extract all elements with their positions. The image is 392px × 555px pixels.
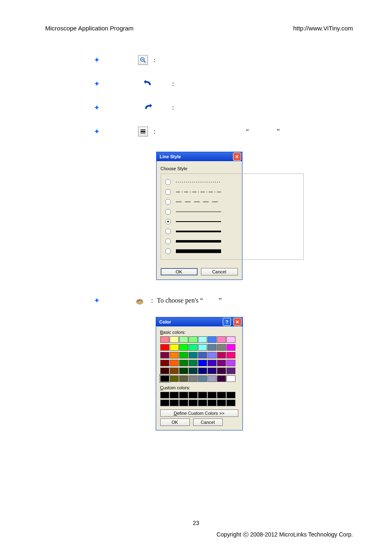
basic-color-swatch[interactable] [226, 375, 235, 382]
undo-icon [143, 79, 152, 88]
basic-color-swatch[interactable] [160, 368, 169, 374]
basic-color-swatch[interactable] [217, 352, 226, 358]
basic-color-swatch[interactable] [198, 375, 207, 382]
line-style-radio-0[interactable] [165, 179, 171, 185]
basic-color-swatch[interactable] [160, 336, 169, 343]
basic-color-swatch[interactable] [160, 375, 169, 382]
basic-color-swatch[interactable] [179, 368, 188, 374]
redo-icon [143, 103, 152, 112]
basic-color-swatch[interactable] [198, 360, 207, 366]
custom-color-swatch[interactable] [160, 400, 169, 406]
basic-color-swatch[interactable] [189, 352, 198, 358]
line-style-radio-5[interactable] [165, 229, 171, 234]
basic-color-swatch[interactable] [170, 375, 179, 382]
line-style-radio-4[interactable] [165, 219, 171, 224]
cancel-button[interactable]: Cancel [201, 268, 238, 275]
basic-color-swatch[interactable] [217, 360, 226, 366]
custom-color-swatch[interactable] [198, 392, 207, 398]
basic-color-swatch[interactable] [179, 375, 188, 382]
basic-color-swatch[interactable] [179, 352, 188, 358]
ok-button[interactable]: OK [160, 419, 190, 426]
custom-color-swatch[interactable] [198, 400, 207, 406]
svg-rect-3 [141, 130, 145, 130]
line-style-radio-2[interactable] [165, 199, 171, 205]
bullet-colon: : [171, 80, 174, 88]
basic-color-swatch[interactable] [208, 344, 217, 351]
custom-color-swatch[interactable] [208, 392, 217, 398]
basic-color-swatch[interactable] [189, 344, 198, 351]
basic-color-swatch[interactable] [170, 336, 179, 343]
line-sample-thick [176, 229, 299, 234]
basic-color-swatch[interactable] [226, 336, 235, 343]
custom-color-swatch[interactable] [189, 400, 198, 406]
basic-color-swatch[interactable] [226, 344, 235, 351]
custom-color-swatch[interactable] [170, 392, 179, 398]
basic-color-swatch[interactable] [170, 368, 179, 374]
custom-color-swatch[interactable] [189, 392, 198, 398]
basic-color-swatch[interactable] [179, 360, 188, 366]
basic-color-swatch[interactable] [189, 336, 198, 343]
basic-color-swatch[interactable] [189, 360, 198, 366]
bullet-icon: ✦ [90, 296, 103, 305]
svg-line-1 [144, 61, 145, 62]
line-sample-thickest [176, 248, 299, 254]
line-style-radio-3[interactable] [165, 209, 171, 215]
color-bullet-text: To choose pen's [157, 297, 200, 304]
basic-color-swatch[interactable] [170, 360, 179, 366]
basic-color-swatch[interactable] [208, 375, 217, 382]
custom-color-swatch[interactable] [226, 392, 235, 398]
custom-color-swatch[interactable] [226, 400, 235, 406]
custom-color-swatch[interactable] [217, 392, 226, 398]
basic-color-swatch[interactable] [226, 368, 235, 374]
dialog-title: Color [159, 319, 171, 324]
basic-color-swatch[interactable] [179, 336, 188, 343]
basic-color-swatch[interactable] [160, 352, 169, 358]
line-style-radio-1[interactable] [165, 189, 171, 195]
close-icon[interactable]: ✕ [233, 153, 241, 161]
basic-color-swatch[interactable] [198, 344, 207, 351]
basic-color-swatch[interactable] [208, 336, 217, 343]
basic-color-swatch[interactable] [189, 368, 198, 374]
bullet-colon: : [171, 104, 174, 111]
basic-color-swatch[interactable] [160, 344, 169, 351]
line-sample-dotted [176, 180, 299, 184]
basic-color-swatch[interactable] [160, 360, 169, 366]
zoom-out-icon [138, 55, 148, 65]
help-icon[interactable]: ? [223, 318, 231, 326]
custom-color-swatch[interactable] [160, 392, 169, 398]
color-dialog: Color ? ✕ Basic colors: Custom colors: D… [156, 317, 243, 430]
quote-open: “ [200, 297, 203, 304]
define-custom-button[interactable]: Define Custom Colors >> [160, 409, 238, 417]
line-style-radio-6[interactable] [165, 238, 171, 244]
basic-color-swatch[interactable] [198, 352, 207, 358]
page-url: http://www.ViTiny.com [293, 25, 353, 32]
custom-color-swatch[interactable] [170, 400, 179, 406]
basic-color-swatch[interactable] [208, 368, 217, 374]
custom-color-swatch[interactable] [217, 400, 226, 406]
ok-button[interactable]: OK [161, 268, 198, 275]
quote-close: ” [219, 297, 221, 304]
basic-color-swatch[interactable] [217, 336, 226, 343]
custom-color-swatch[interactable] [208, 400, 217, 406]
basic-color-swatch[interactable] [170, 344, 179, 351]
basic-color-swatch[interactable] [217, 344, 226, 351]
close-icon[interactable]: ✕ [233, 318, 242, 326]
custom-color-swatch[interactable] [179, 392, 188, 398]
quote-open: “ [246, 128, 249, 135]
basic-color-swatch[interactable] [208, 360, 217, 366]
custom-color-swatch[interactable] [179, 400, 188, 406]
basic-color-swatch[interactable] [198, 336, 207, 343]
basic-color-swatch[interactable] [189, 375, 198, 382]
page-title: Microscope Application Program [45, 25, 134, 32]
basic-color-swatch[interactable] [217, 375, 226, 382]
basic-color-swatch[interactable] [208, 352, 217, 358]
basic-color-swatch[interactable] [226, 352, 235, 358]
custom-colors-label: Custom colors: [160, 385, 238, 390]
basic-color-swatch[interactable] [226, 360, 235, 366]
basic-color-swatch[interactable] [179, 344, 188, 351]
basic-color-swatch[interactable] [198, 368, 207, 374]
basic-color-swatch[interactable] [217, 368, 226, 374]
line-style-radio-7[interactable] [165, 248, 171, 254]
cancel-button[interactable]: Cancel [193, 419, 223, 426]
basic-color-swatch[interactable] [170, 352, 179, 358]
